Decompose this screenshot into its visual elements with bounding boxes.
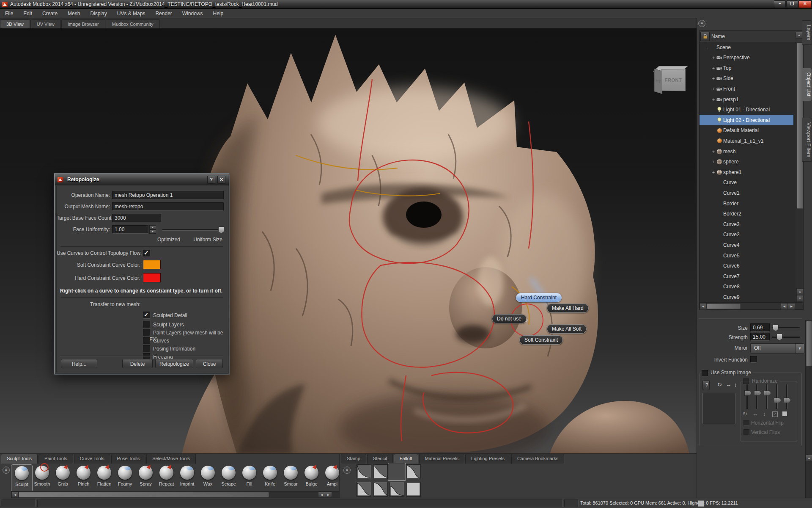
face-uniformity-spinner[interactable]: ▲▼ (149, 225, 156, 233)
tree-item-default-material[interactable]: Default Material (700, 125, 793, 136)
tree-item-curve5[interactable]: Curve5 (700, 250, 793, 261)
random-height-icon[interactable]: ↕ (763, 411, 766, 417)
context-item-make-all-hard[interactable]: Make All Hard (547, 304, 589, 313)
lock-icon[interactable] (700, 32, 710, 41)
tree-item-curve1[interactable]: Curve1 (700, 188, 793, 198)
use-stamp-checkbox[interactable] (702, 370, 708, 376)
side-tab-viewport-filters[interactable]: Viewport Filters (802, 118, 812, 162)
operation-name-input[interactable] (112, 191, 224, 199)
tree-scroll-up-icon[interactable]: ▲ (796, 32, 803, 39)
preset-tab-stencil[interactable]: Stencil (367, 454, 393, 464)
random-scale-icon[interactable]: ↗ (772, 411, 778, 417)
tool-flatten[interactable]: Flatten (94, 464, 115, 491)
strength-input[interactable] (750, 333, 770, 341)
expander-icon[interactable]: + (711, 159, 716, 164)
menu-render[interactable]: Render (150, 9, 177, 18)
help-button[interactable]: Help... (61, 359, 97, 368)
expander-icon[interactable]: + (711, 76, 716, 81)
properties-scrollbar[interactable]: ▲ (805, 320, 812, 498)
expander-icon[interactable]: + (711, 86, 716, 91)
tab-3d-view[interactable]: 3D View (0, 19, 30, 28)
face-uniformity-slider[interactable] (162, 229, 222, 231)
falloff-preset-5[interactable] (357, 482, 371, 497)
tree-item-border[interactable]: Border (700, 198, 793, 209)
preset-tab-lighting-presets[interactable]: Lighting Presets (465, 454, 510, 464)
falloff-preset-7[interactable] (390, 482, 404, 497)
random-color-swatch[interactable] (782, 411, 787, 416)
view-cube-front-face[interactable]: FRONT (661, 69, 686, 91)
menu-display[interactable]: Display (85, 9, 112, 18)
context-item-hard-constraint[interactable]: Hard Constraint (516, 293, 562, 302)
menu-mesh[interactable]: Mesh (63, 9, 85, 18)
title-bar[interactable]: Autodesk Mudbox 2014 x64 - Unregistered … (0, 0, 812, 9)
tree-item-material-1-u1-v1[interactable]: Material_1_u1_v1 (700, 135, 793, 146)
random-slider[interactable] (786, 384, 787, 409)
minimize-button[interactable]: – (774, 0, 786, 8)
tool-fill[interactable]: Fill (239, 464, 260, 491)
tree-hscrollbar-thumb[interactable] (707, 304, 741, 309)
dialog-close-icon[interactable]: ✕ (217, 176, 225, 184)
tree-scroll-down-icon[interactable]: ▼ (796, 295, 804, 302)
restore-button[interactable]: ❐ (786, 0, 798, 8)
expander-icon[interactable]: - (705, 45, 709, 50)
delete-button[interactable]: Delete (122, 359, 153, 368)
object-list-header[interactable]: Name ▲ (700, 31, 803, 42)
preset-tray-expand-icon[interactable]: » (343, 467, 351, 474)
tray-tab-curve-tools[interactable]: Curve Tools (74, 454, 110, 464)
tool-spray[interactable]: Spray (135, 464, 156, 491)
tree-item-curve2[interactable]: Curve2 (700, 229, 793, 240)
tree-item-border2[interactable]: Border2 (700, 209, 793, 219)
size-input[interactable] (750, 323, 770, 331)
tools-scroll-right-icon[interactable]: ▶ (325, 491, 332, 498)
view-cube[interactable]: HT FRONT (653, 66, 687, 94)
falloff-preset-1[interactable] (357, 464, 371, 479)
tree-scroll-up2-icon[interactable]: ▲ (796, 288, 804, 295)
tree-scroll-left2-icon[interactable]: ◀ (781, 303, 788, 310)
tab-uv-view[interactable]: UV View (30, 19, 61, 28)
stamp-rotate-icon[interactable]: ↻ (717, 381, 722, 388)
tree-item-light-01-directional[interactable]: Light 01 - Directional (700, 105, 793, 115)
tool-imprint[interactable]: Imprint (177, 464, 198, 491)
use-curves-checkbox[interactable] (143, 250, 150, 257)
tray-tab-sculpt-tools[interactable]: Sculpt Tools (1, 454, 38, 464)
tree-item-perspective[interactable]: +Perspective (700, 52, 793, 63)
face-uniformity-input[interactable] (112, 225, 148, 234)
tools-scroll-left2-icon[interactable]: ◀ (318, 491, 325, 498)
random-slider[interactable] (766, 384, 768, 409)
tree-item-persp1[interactable]: +persp1 (700, 94, 793, 105)
dialog-title-bar[interactable]: Retopologize (55, 174, 229, 185)
tree-item-sphere1[interactable]: +sphere1 (700, 167, 793, 177)
face-uniformity-slider-handle[interactable] (218, 226, 224, 233)
tree-item-front[interactable]: +Front (700, 83, 793, 94)
tree-item-side[interactable]: +Side (700, 73, 793, 84)
tree-item-light-02-directional[interactable]: Light 02 - Directional (700, 115, 793, 125)
tree-item-mesh[interactable]: +mesh (700, 146, 793, 157)
expander-icon[interactable]: + (711, 170, 716, 175)
tree-item-curve8[interactable]: Curve8 (700, 282, 793, 292)
expander-icon[interactable]: + (711, 97, 716, 102)
tree-item-curve3[interactable]: Curve3 (700, 219, 793, 229)
tray-tab-paint-tools[interactable]: Paint Tools (38, 454, 73, 464)
tray-tab-select-move-tools[interactable]: Select/Move Tools (146, 454, 196, 464)
tool-tray-expand-icon[interactable]: » (3, 467, 10, 474)
tab-image-browser[interactable]: Image Browser (61, 19, 105, 28)
tool-sculpt[interactable]: Sculpt (11, 464, 33, 492)
falloff-preset-4[interactable] (406, 464, 421, 479)
tool-pinch[interactable]: Pinch (73, 464, 94, 491)
size-slider-handle[interactable] (773, 324, 779, 331)
random-slider[interactable] (776, 384, 778, 409)
vertical-flip-checkbox[interactable] (743, 429, 749, 435)
menu-windows[interactable]: Windows (177, 9, 208, 18)
target-face-count-input[interactable] (112, 214, 161, 222)
tool-grab[interactable]: Grab (52, 464, 73, 491)
falloff-preset-2[interactable] (373, 464, 388, 479)
tree-item-curve[interactable]: Curve (700, 177, 793, 188)
menu-uvs-maps[interactable]: UVs & Maps (112, 9, 151, 18)
preset-tab-falloff[interactable]: Falloff (394, 454, 418, 464)
tool-smear[interactable]: Smear (280, 464, 301, 491)
tools-scrollbar-thumb[interactable] (19, 492, 269, 497)
tree-item-top[interactable]: +Top (700, 63, 793, 73)
properties-scrollbar-thumb[interactable] (806, 321, 812, 366)
tools-scroll-left-icon[interactable]: ◀ (11, 491, 19, 498)
tool-repeat[interactable]: Repeat (156, 464, 177, 491)
